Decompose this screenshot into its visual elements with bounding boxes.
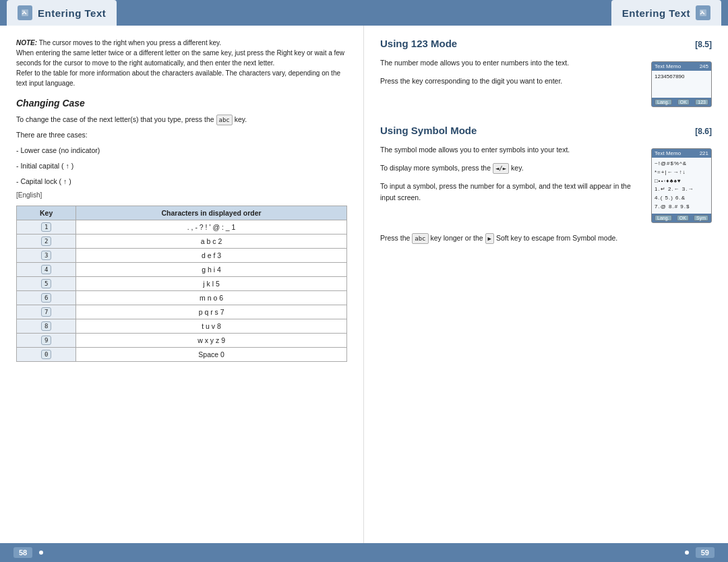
phone-screen-123: Text Memo 245 1234567890 Lang. OK 123	[651, 61, 712, 107]
phone-count-sym: 221	[700, 150, 708, 156]
key-label: 7	[41, 307, 51, 317]
nav-key: ◄/►	[493, 163, 509, 174]
table-key-cell: 8	[17, 319, 76, 333]
phone-123-btn[interactable]: 123	[695, 99, 708, 105]
svg-rect-1	[22, 11, 25, 11]
table-chars-cell: j k l 5	[76, 276, 347, 290]
key-label: 3	[41, 251, 51, 260]
phone-lang-btn-sym[interactable]: Lang.	[655, 215, 672, 221]
phone-body-123: 1234567890	[652, 71, 711, 98]
table-row: 4g h i 4	[17, 262, 347, 276]
table-chars-cell: . , - ? ! ' @ : _ 1	[76, 220, 347, 234]
table-row: 3d e f 3	[17, 248, 347, 262]
key-label: 1	[41, 222, 51, 232]
header-title-text-right: Entering Text	[622, 7, 690, 19]
table-row: 8t u v 8	[17, 319, 347, 333]
using-123-section: Using 123 Mode [8.5] Text Memo 245 12345…	[380, 38, 712, 114]
header-title-text-left: Entering Text	[38, 7, 106, 19]
header-left: Entering Text	[0, 0, 123, 26]
note-paragraph: NOTE: The cursor moves to the right when…	[16, 38, 347, 88]
phone-screen-sym: Text Memo 221 ~!@#$%^&*=+|←→↑↓□▪•◦♦♣♠♥1.…	[651, 148, 712, 223]
table-key-cell: 1	[17, 220, 76, 234]
table-key-cell: 5	[17, 276, 76, 290]
table-key-cell: 7	[17, 305, 76, 319]
using-symbol-heading: Using Symbol Mode	[380, 125, 477, 136]
note-text3: Refer to the table for more information …	[16, 69, 340, 87]
key-label: 0	[41, 350, 51, 359]
table-chars-cell: g h i 4	[76, 262, 347, 276]
footer-dot-right	[685, 551, 689, 555]
footer-left: 58	[13, 547, 46, 558]
using-123-heading: Using 123 Mode	[380, 38, 457, 49]
case-lower: - Lower case (no indicator)	[16, 145, 347, 156]
table-key-cell: 2	[17, 234, 76, 248]
header-title-right: Entering Text	[611, 0, 721, 26]
using-symbol-num: [8.6]	[695, 127, 712, 136]
footer-bar: 58 59	[0, 543, 728, 562]
phone-footer-123: Lang. OK 123	[652, 98, 711, 106]
using-123-num: [8.5]	[695, 40, 712, 49]
table-header-chars: Characters in displayed order	[76, 206, 347, 220]
table-chars-cell: d e f 3	[76, 248, 347, 262]
using-symbol-content: Text Memo 221 ~!@#$%^&*=+|←→↑↓□▪•◦♦♣♠♥1.…	[380, 144, 712, 230]
phone-title-123: Text Memo	[655, 63, 681, 69]
table-chars-cell: w x y z 9	[76, 333, 347, 347]
three-cases-label: There are three cases:	[16, 129, 347, 141]
changing-case-title: Changing Case	[16, 98, 347, 108]
footer-dot-left	[39, 551, 43, 555]
pencil-icon-left	[18, 5, 32, 20]
header-right: Entering Text	[605, 0, 728, 26]
phone-count-123: 245	[700, 63, 708, 69]
table-chars-cell: m n o 6	[76, 290, 347, 305]
header-title-left: Entering Text	[7, 0, 117, 26]
note-text2: When entering the same letter twice or a…	[16, 49, 344, 67]
right-page: Using 123 Mode [8.5] Text Memo 245 12345…	[364, 26, 728, 543]
phone-ok-btn-sym[interactable]: OK	[677, 215, 689, 221]
phone-sym-btn[interactable]: Sym	[694, 215, 708, 221]
key-label: 8	[41, 321, 51, 331]
table-row: 7p q r s 7	[17, 305, 347, 319]
page-num-left: 58	[13, 547, 32, 558]
table-row: 9w x y z 9	[17, 333, 347, 347]
table-key-cell: 4	[17, 262, 76, 276]
phone-footer-sym: Lang. OK Sym	[652, 214, 711, 222]
symbol-escape-desc: Press the abc key longer or the ▶ Soft k…	[380, 232, 712, 244]
case-initial: - Initial capital ( ↑ )	[16, 160, 347, 172]
table-chars-cell: Space 0	[76, 347, 347, 361]
note-bold-label: NOTE:	[16, 39, 37, 46]
note-text1: The cursor moves to the right when you p…	[39, 39, 221, 46]
key-label: 4	[41, 265, 51, 274]
table-row: 1. , - ? ! ' @ : _ 1	[17, 220, 347, 234]
footer-right: 59	[682, 547, 715, 558]
table-label: [English]	[16, 191, 347, 199]
pencil-icon-right	[696, 5, 710, 20]
key-label: 2	[41, 237, 51, 246]
table-row: 0Space 0	[17, 347, 347, 361]
table-key-cell: 0	[17, 347, 76, 361]
main-content: NOTE: The cursor moves to the right when…	[0, 26, 728, 543]
table-chars-cell: p q r s 7	[76, 305, 347, 319]
phone-titlebar-sym: Text Memo 221	[652, 149, 711, 158]
table-key-cell: 3	[17, 248, 76, 262]
table-row: 6m n o 6	[17, 290, 347, 305]
character-table: Key Characters in displayed order 1. , -…	[16, 206, 347, 362]
phone-ok-btn-123[interactable]: OK	[677, 99, 690, 105]
case-caps: - Capital lock ( ↑ )	[16, 176, 347, 187]
abc-key: abc	[216, 115, 233, 125]
table-chars-cell: t u v 8	[76, 319, 347, 333]
phone-body-sym: ~!@#$%^&*=+|←→↑↓□▪•◦♦♣♠♥1.↵ 2.← 3.→4.( 5…	[652, 158, 711, 214]
escape-key2: ▶	[485, 233, 494, 244]
key-label: 9	[41, 336, 51, 345]
table-header-key: Key	[17, 206, 76, 220]
svg-rect-3	[700, 11, 703, 11]
using-symbol-section: Using Symbol Mode [8.6] Text Memo 221 ~!…	[380, 125, 712, 244]
key-label: 5	[41, 279, 51, 288]
table-key-cell: 9	[17, 333, 76, 347]
left-page: NOTE: The cursor moves to the right when…	[0, 26, 364, 543]
phone-content-123: 1234567890	[655, 73, 685, 80]
page-num-right: 59	[696, 547, 715, 558]
key-label: 6	[41, 293, 51, 303]
phone-lang-btn-123[interactable]: Lang.	[655, 99, 672, 105]
phone-titlebar-123: Text Memo 245	[652, 62, 711, 71]
table-key-cell: 6	[17, 290, 76, 305]
